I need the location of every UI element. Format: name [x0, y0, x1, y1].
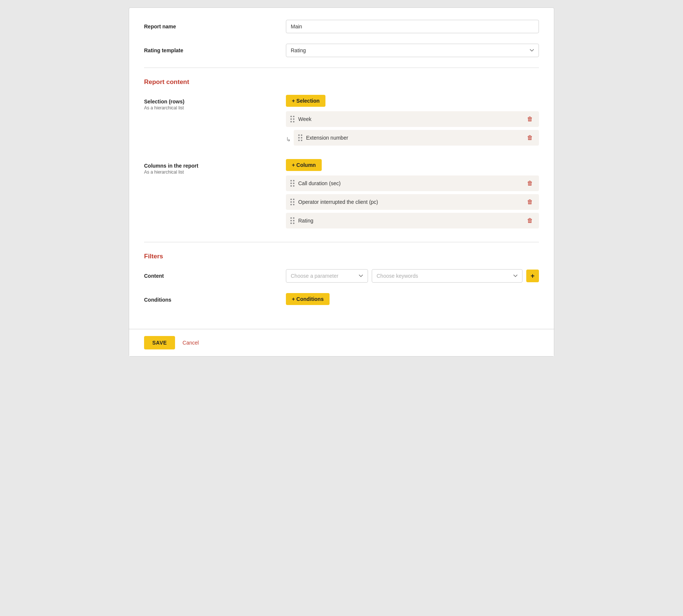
choose-parameter-select[interactable]: Choose a parameter — [286, 269, 368, 283]
drag-handle-extension[interactable] — [298, 134, 302, 141]
selection-item-extension-label: Extension number — [306, 135, 525, 141]
choose-keywords-select[interactable]: Choose keywords — [372, 269, 523, 283]
divider-1 — [144, 68, 539, 68]
drag-handle-rating[interactable] — [290, 217, 294, 224]
content-filter-controls: Choose a parameter Choose keywords + — [286, 269, 539, 283]
column-call-duration-label: Call duration (sec) — [298, 180, 525, 186]
rating-template-label: Rating template — [144, 44, 286, 53]
extension-row-wrapper: ↳ Extension number 🗑 — [286, 130, 539, 149]
report-name-input[interactable] — [286, 20, 539, 33]
add-conditions-button[interactable]: + Conditions — [286, 293, 330, 305]
conditions-label: Conditions — [144, 293, 286, 303]
drag-handle-call-duration[interactable] — [290, 180, 294, 187]
content-filter-field: Choose a parameter Choose keywords + — [286, 269, 539, 283]
rating-template-select[interactable]: Rating — [286, 44, 539, 57]
page-container: Report name Rating template Rating Repor… — [129, 7, 554, 357]
drag-handle-week[interactable] — [290, 116, 294, 122]
add-content-filter-button[interactable]: + — [526, 270, 539, 282]
conditions-field: + Conditions — [286, 293, 539, 309]
selection-rows-label: Selection (rows) As a hierarchical list — [144, 95, 286, 111]
footer-bar: SAVE Cancel — [129, 329, 554, 356]
selection-item-extension: Extension number 🗑 — [294, 130, 539, 146]
main-content: Report name Rating template Rating Repor… — [129, 8, 554, 329]
selection-rows-row: Selection (rows) As a hierarchical list … — [144, 95, 539, 149]
column-item-call-duration: Call duration (sec) 🗑 — [286, 175, 539, 191]
indent-arrow-icon: ↳ — [286, 136, 291, 143]
report-name-row: Report name — [144, 20, 539, 33]
selection-field: + Selection Week 🗑 ↳ Ex — [286, 95, 539, 149]
delete-operator-interrupted-button[interactable]: 🗑 — [525, 198, 534, 206]
column-item-rating: Rating 🗑 — [286, 213, 539, 228]
column-operator-interrupted-label: Operator interrupted the client (pc) — [298, 199, 525, 205]
section-title-filters: Filters — [144, 253, 539, 260]
column-item-operator-interrupted: Operator interrupted the client (pc) 🗑 — [286, 194, 539, 210]
selection-rows-sub: As a hierarchical list — [144, 105, 286, 111]
rating-template-row: Rating template Rating — [144, 44, 539, 57]
columns-label: Columns in the report As a hierarchical … — [144, 159, 286, 175]
columns-field: + Column Call duration (sec) 🗑 Operator … — [286, 159, 539, 231]
conditions-row: Conditions + Conditions — [144, 293, 539, 309]
add-selection-button[interactable]: + Selection — [286, 95, 325, 107]
report-name-field — [286, 20, 539, 33]
rating-template-field: Rating — [286, 44, 539, 57]
delete-call-duration-button[interactable]: 🗑 — [525, 179, 534, 187]
columns-row: Columns in the report As a hierarchical … — [144, 159, 539, 231]
content-filter-label: Content — [144, 269, 286, 279]
section-title-report-content: Report content — [144, 78, 539, 86]
divider-2 — [144, 242, 539, 242]
delete-week-button[interactable]: 🗑 — [525, 115, 534, 123]
report-name-label: Report name — [144, 20, 286, 29]
selection-item-week-label: Week — [298, 116, 525, 122]
selection-item-week: Week 🗑 — [286, 111, 539, 127]
content-filter-row: Content Choose a parameter Choose keywor… — [144, 269, 539, 283]
delete-rating-column-button[interactable]: 🗑 — [525, 217, 534, 225]
cancel-button[interactable]: Cancel — [183, 340, 199, 346]
drag-handle-operator-interrupted[interactable] — [290, 199, 294, 205]
columns-sub: As a hierarchical list — [144, 169, 286, 175]
add-column-button[interactable]: + Column — [286, 159, 322, 171]
delete-extension-button[interactable]: 🗑 — [525, 134, 534, 142]
column-rating-label: Rating — [298, 218, 525, 224]
save-button[interactable]: SAVE — [144, 336, 175, 349]
